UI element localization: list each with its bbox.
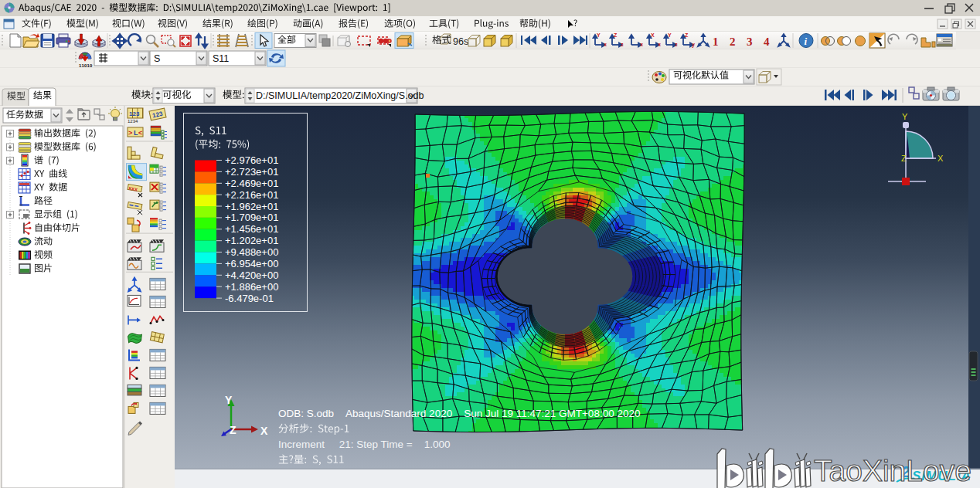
svg-text:+2.976e+01: +2.976e+01: [225, 154, 278, 166]
svg-text:>: >: [128, 129, 132, 137]
svg-text:z: z: [675, 42, 678, 47]
svg-text:Z: Z: [901, 154, 907, 163]
svg-text:3: 3: [747, 36, 753, 48]
svg-text:+1.456e+01: +1.456e+01: [225, 223, 278, 235]
svg-text:x: x: [604, 42, 607, 47]
svg-text:X: X: [260, 425, 268, 437]
svg-text:+2.469e+01: +2.469e+01: [225, 178, 278, 189]
svg-text:+1.709e+01: +1.709e+01: [225, 212, 278, 223]
svg-text:Increment 21: Step Time =: Increment 21: Step Time = 1.000: [278, 439, 451, 450]
svg-text:+6.954e+00: +6.954e+00: [225, 258, 278, 269]
svg-text:+1.886e+00: +1.886e+00: [225, 281, 278, 293]
svg-text:Z: Z: [685, 32, 689, 38]
svg-text:2: 2: [730, 36, 736, 48]
svg-text:96s: 96s: [453, 36, 468, 47]
svg-text:1234: 1234: [128, 119, 138, 124]
svg-text:<: <: [138, 129, 142, 137]
svg-text:TaoXinLove: TaoXinLove: [814, 454, 971, 487]
svg-text:z: z: [621, 42, 624, 47]
svg-text:i: i: [805, 36, 808, 47]
svg-text:X: X: [651, 32, 655, 38]
svg-text:x: x: [640, 42, 643, 47]
svg-text:+9.488e+00: +9.488e+00: [225, 246, 278, 258]
svg-text:Z: Z: [230, 424, 236, 436]
svg-text:123: 123: [129, 110, 140, 117]
svg-text:S: S: [154, 53, 160, 64]
svg-text:4: 4: [764, 36, 770, 48]
svg-text:D:/SIMULIA/temp2020/ZiMoXing/S: D:/SIMULIA/temp2020/ZiMoXing/S.odb: [256, 90, 424, 101]
svg-text:+1.962e+01: +1.962e+01: [225, 201, 278, 212]
svg-text:ODB: S.odb Abaqus/Standard: ODB: S.odb Abaqus/Standard 2020 Sun Jul …: [278, 408, 640, 419]
svg-text:Z: Z: [614, 32, 618, 38]
svg-text:Y: Y: [902, 112, 908, 121]
svg-text:+2.216e+01: +2.216e+01: [225, 189, 278, 201]
svg-text:+4.420e+00: +4.420e+00: [225, 269, 278, 281]
svg-text:Y: Y: [668, 32, 672, 38]
svg-text:X: X: [937, 154, 944, 163]
svg-text:y: y: [692, 42, 695, 48]
svg-text:+1.202e+01: +1.202e+01: [225, 235, 278, 246]
svg-text:x: x: [658, 42, 661, 47]
svg-text:1: 1: [713, 36, 719, 48]
svg-text:Y: Y: [597, 32, 601, 38]
svg-text:+2.723e+01: +2.723e+01: [225, 166, 278, 178]
svg-text:Y: Y: [225, 394, 233, 406]
svg-text:S11: S11: [213, 53, 229, 64]
svg-text:-6.479e-01: -6.479e-01: [225, 293, 274, 304]
